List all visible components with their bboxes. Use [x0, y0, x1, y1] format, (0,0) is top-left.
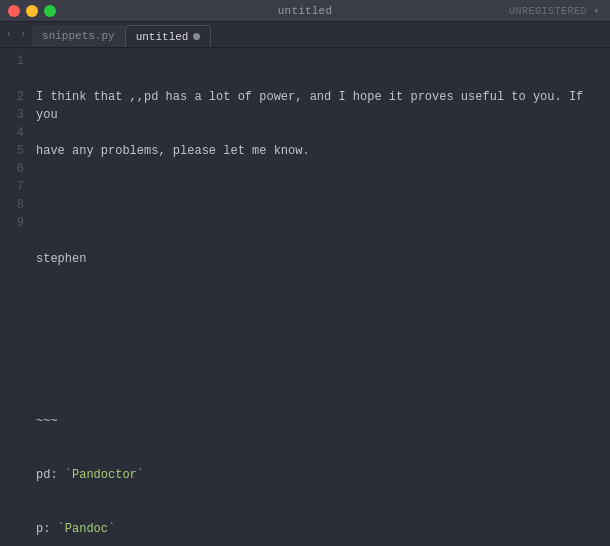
tab-bar: ‹ › snippets.py untitled: [0, 22, 610, 48]
code-line-1-wrap: have any problems, please let me know.: [36, 142, 602, 160]
editor-area[interactable]: 1 2 3 4 5 6 7 8 9 I think that ,,pd has …: [0, 48, 610, 545]
tab-nav: ‹ ›: [0, 22, 32, 47]
code-line-7: pd: `Pandoctor`: [36, 466, 602, 484]
tab-snippets-label: snippets.py: [42, 30, 115, 42]
tab-untitled-label: untitled: [136, 31, 189, 43]
nav-next-icon[interactable]: ›: [18, 29, 28, 40]
line-num-4: 4: [0, 124, 24, 142]
tab-modified-dot: [193, 33, 200, 40]
window-title: untitled: [278, 5, 332, 17]
title-bar: untitled UNREGISTERED ▾: [0, 0, 610, 22]
code-line-5: [36, 358, 602, 376]
code-line-4: [36, 304, 602, 322]
code-line-6: ~~~: [36, 412, 602, 430]
code-content[interactable]: I think that ,,pd has a lot of power, an…: [32, 48, 610, 545]
minimize-button[interactable]: [26, 5, 38, 17]
line-num-7: 7: [0, 178, 24, 196]
tab-snippets[interactable]: snippets.py: [32, 25, 125, 47]
code-line-2: [36, 196, 602, 214]
code-line-3: stephen: [36, 250, 602, 268]
line-numbers: 1 2 3 4 5 6 7 8 9: [0, 48, 32, 545]
line-num-wrap: [0, 70, 24, 88]
line-num-6: 6: [0, 160, 24, 178]
close-button[interactable]: [8, 5, 20, 17]
window-controls: [8, 5, 56, 17]
line-num-3: 3: [0, 106, 24, 124]
maximize-button[interactable]: [44, 5, 56, 17]
nav-prev-icon[interactable]: ‹: [4, 29, 14, 40]
line-num-1: 1: [0, 52, 24, 70]
line-num-8: 8: [0, 196, 24, 214]
code-line-8: p: `Pandoc`: [36, 520, 602, 538]
unregistered-badge: UNREGISTERED ▾: [509, 5, 600, 17]
line-num-5: 5: [0, 142, 24, 160]
code-line-1: I think that ,,pd has a lot of power, an…: [36, 88, 602, 106]
line-num-2: 2: [0, 88, 24, 106]
line-num-9: 9: [0, 214, 24, 232]
tab-untitled[interactable]: untitled: [125, 25, 212, 47]
